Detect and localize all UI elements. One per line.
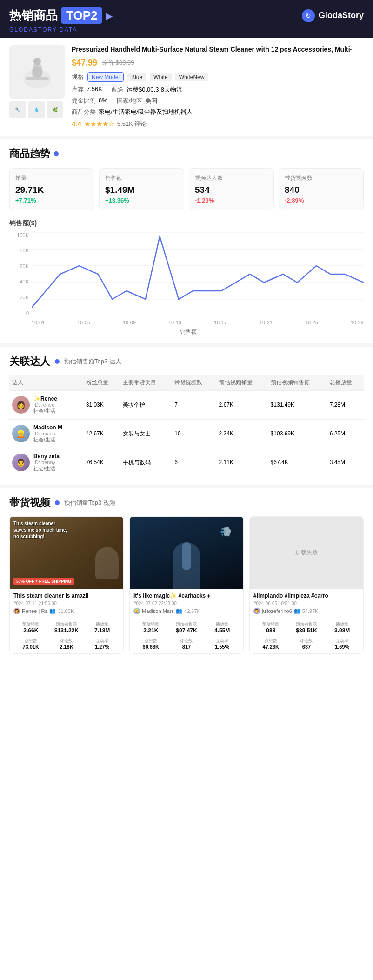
video-date-2: 2024-07-02 22:33:00 bbox=[133, 601, 240, 606]
metric-change: -1.29% bbox=[195, 197, 268, 204]
video-author-followers-3: 54.97K bbox=[302, 608, 319, 614]
category-value: 家电/生活家电/吸尘器及扫地机器人 bbox=[99, 108, 193, 116]
metric-card-creators: 视频达人数 534 -1.29% bbox=[189, 168, 274, 210]
stat-label: 点赞数 bbox=[253, 638, 288, 644]
est-revenue-value: $67.4K bbox=[268, 448, 327, 477]
metric-value: $1.49M bbox=[105, 185, 178, 195]
video-author-3: juliozeferino6 bbox=[262, 608, 292, 614]
metric-value: 29.71K bbox=[15, 185, 88, 195]
sales-chart bbox=[32, 232, 364, 316]
stat-label: 预估销量 bbox=[253, 621, 288, 627]
stat-value: $39.51K bbox=[289, 627, 324, 634]
video-author-1: Renee | Ra bbox=[22, 608, 47, 614]
x-label-1001: 10-01 bbox=[32, 320, 45, 325]
stat-label: 互动率 bbox=[85, 638, 120, 644]
table-row: 👩 ✨Renee ID: renee 社会/生活 31.03K 美妆个护 7 2… bbox=[9, 390, 364, 419]
chart-title: 销售额($) bbox=[9, 219, 364, 228]
influencer-id: ID: renee bbox=[33, 402, 57, 408]
x-label-1005: 10-05 bbox=[77, 320, 90, 325]
stat-label: 预估销售额 bbox=[289, 621, 324, 627]
col-est-revenue: 预估视频销售额 bbox=[268, 375, 327, 391]
header-title: 热销商品 TOP2 ▶ bbox=[9, 7, 113, 24]
video-stats-bottom-3: 点赞数 47.23K 评论数 637 互动率 1.69% bbox=[253, 636, 360, 650]
x-label-1013: 10-13 bbox=[168, 320, 181, 325]
video-card-2[interactable]: 💨 It's like magic✨ #carhacks ♦ 2024-07-0… bbox=[129, 516, 244, 654]
influencer-cat: 社会/生活 bbox=[33, 465, 60, 472]
stat-value: 2.66K bbox=[13, 627, 48, 634]
svg-point-4 bbox=[32, 66, 43, 78]
video-title-3: #limpiando #limpieza #carro bbox=[253, 592, 360, 599]
y-label-0: 0 bbox=[14, 310, 29, 316]
total-views-value: 3.45M bbox=[327, 448, 364, 477]
video-title-1: This steam cleaner is amazii bbox=[13, 592, 120, 599]
price-original: 原价 $89.99 bbox=[102, 59, 134, 67]
spec-tag-new-model[interactable]: New Model bbox=[87, 72, 124, 82]
brand-logo: ↻ GlodaStory bbox=[302, 9, 364, 22]
video-stats-bottom-1: 点赞数 73.01K 评论数 2.18K 互动率 1.27% bbox=[13, 636, 120, 650]
x-label-1021: 10-21 bbox=[260, 320, 273, 325]
col-total-views: 总播放量 bbox=[327, 375, 364, 391]
stat-label: 互动率 bbox=[325, 638, 360, 644]
metric-card-videos: 带货视频数 840 -2.89% bbox=[279, 168, 364, 210]
videos-title: 带货视频 bbox=[9, 496, 50, 510]
stat-value: 3.98M bbox=[325, 627, 360, 634]
spec-tag-blue[interactable]: Blue bbox=[127, 73, 146, 81]
stat-label: 点赞数 bbox=[133, 638, 168, 644]
stat-value: 1.27% bbox=[85, 644, 120, 650]
influencers-subtitle: 预估销售额Top3 达人 bbox=[64, 357, 121, 366]
stat-label: 播放量 bbox=[205, 621, 240, 627]
stars: ★★★★☆ bbox=[84, 120, 114, 128]
videos-value: 6 bbox=[172, 448, 216, 477]
videos-value: 7 bbox=[172, 390, 216, 419]
est-sales-value: 2.67K bbox=[216, 390, 268, 419]
influencer-name: Madison M bbox=[33, 424, 62, 431]
chart-svg-container: 10-01 10-05 10-09 10-13 10-17 10-21 10-2… bbox=[32, 232, 364, 325]
metric-label: 销售额 bbox=[105, 174, 178, 182]
metric-change: +13.36% bbox=[105, 197, 178, 204]
col-est-sales: 预估视频销量 bbox=[216, 375, 268, 391]
title-zh: 热销商品 bbox=[9, 7, 58, 24]
video-author-row-2: 👱 Madison Mars 👥 42.67K bbox=[133, 608, 240, 614]
video-badge-1: 57% OFF + FREE SHIPPING bbox=[13, 578, 74, 585]
stat-value: 1.69% bbox=[325, 644, 360, 650]
video-title-2: It's like magic✨ #carhacks ♦ bbox=[133, 592, 240, 599]
influencer-cat: 社会/生活 bbox=[33, 436, 62, 443]
stat-value: 47.23K bbox=[253, 644, 288, 650]
video-card-1[interactable]: This steam cleaner saves me so much time… bbox=[9, 516, 124, 654]
stock-shipping-row: 库存 7.56K 配送 运费$0.00,3-8天物流 bbox=[72, 86, 364, 94]
product-title: Pressurized Handheld Multi-Surface Natur… bbox=[72, 45, 364, 54]
stat-label: 预估销售额 bbox=[49, 621, 84, 627]
metric-label: 视频达人数 bbox=[195, 174, 268, 182]
metric-label: 带货视频数 bbox=[285, 174, 358, 182]
video-stats-top-2: 预估销量 2.21K 预估销售额 $97.47K 播放量 4.55M bbox=[133, 618, 240, 634]
stat-value: 2.21K bbox=[133, 627, 168, 634]
influencers-section: 关联达人 预估销售额Top3 达人 达人 粉丝总量 主要带货类目 带货视频数 预… bbox=[0, 347, 373, 488]
trend-title: 商品趋势 bbox=[9, 147, 50, 161]
avatar: 👨 bbox=[12, 454, 30, 471]
stat-label: 点赞数 bbox=[13, 638, 48, 644]
x-label-1029: 10-29 bbox=[351, 320, 364, 325]
y-label-100k: 100K bbox=[14, 232, 29, 238]
product-section: 🔧 💧 🌿 Pressurized Handheld Multi-Surface… bbox=[0, 38, 373, 139]
video-card-3[interactable]: 加载失败 #limpiando #limpieza #carro 2024-06… bbox=[249, 516, 364, 654]
header: 热销商品 TOP2 ▶ ↻ GlodaStory GLODASTORY DATA bbox=[0, 0, 373, 38]
spec-tag-whitenew[interactable]: WhiteNew bbox=[175, 73, 208, 81]
video-date-3: 2024-06-05 10:51:00 bbox=[253, 601, 360, 606]
est-sales-value: 2.11K bbox=[216, 448, 268, 477]
spec-row: 规格 New Model Blue White WhiteNew bbox=[72, 72, 364, 82]
spec-tag-white[interactable]: White bbox=[150, 73, 172, 81]
y-label-60k: 60K bbox=[14, 263, 29, 269]
stat-label: 预估销量 bbox=[13, 621, 48, 627]
main-cat-value: 女装与女士 bbox=[120, 419, 172, 448]
commission-value: 8% bbox=[99, 97, 107, 105]
col-main-cat: 主要带货类目 bbox=[120, 375, 172, 391]
video-author-row-3: 👨 juliozeferino6 👥 54.97K bbox=[253, 608, 360, 614]
influencer-cat: 社会/生活 bbox=[33, 408, 57, 414]
x-label-1025: 10-25 bbox=[305, 320, 318, 325]
stat-label: 预估销售额 bbox=[169, 621, 204, 627]
main-cat-value: 美妆个护 bbox=[120, 390, 172, 419]
video-overlay-text-1: This steam cleaner saves me so much time… bbox=[13, 520, 69, 540]
stat-value: 988 bbox=[253, 627, 288, 634]
table-row: 👱 Madison M ID: madis 社会/生活 42.67K 女装与女士… bbox=[9, 419, 364, 448]
video-date-1: 2024-07-11 21:56:00 bbox=[13, 601, 120, 606]
